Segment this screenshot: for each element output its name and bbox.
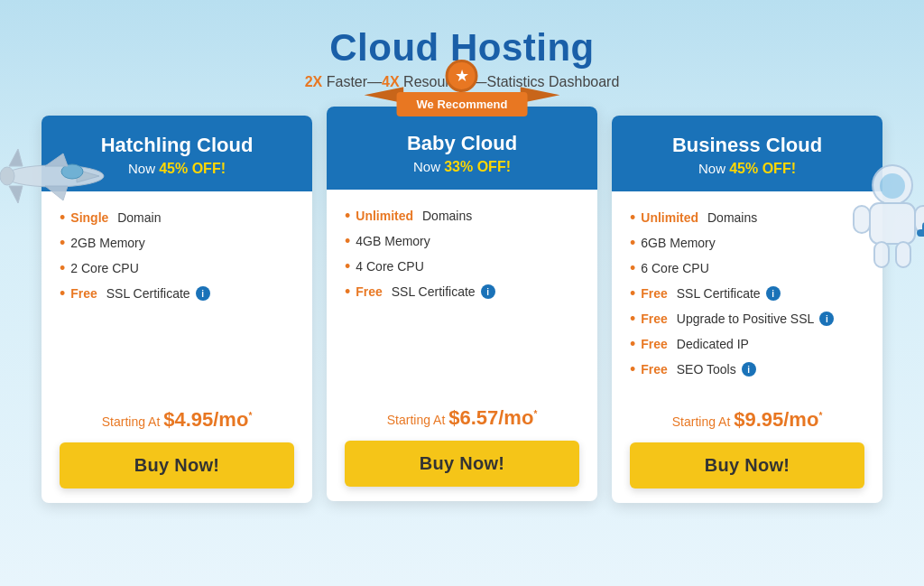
info-icon[interactable]: i [196,286,210,301]
bullet-icon: • [630,361,635,377]
svg-point-9 [880,173,905,199]
card-hatchling-footer: Starting At $4.95/mo* Buy Now! [42,399,312,503]
info-icon[interactable]: i [819,312,834,326]
card-business-buy-button[interactable]: Buy Now! [630,442,864,488]
badge-wings: ★ We Recommend [397,60,528,116]
list-item: •Unlimited Domains [630,209,864,226]
card-business-header: Business Cloud Now 45% OFF! [612,116,882,191]
card-baby-pricing: Starting At $6.57/mo* [345,406,579,430]
bullet-icon: • [345,284,350,300]
card-hatchling-buy-button[interactable]: Buy Now! [60,442,294,488]
svg-rect-10 [870,203,915,244]
card-business-price: $9.95/mo* [734,408,822,431]
recommended-badge: ★ We Recommend [397,60,528,116]
robot-decoration [852,163,924,274]
card-baby-header: Baby Cloud Now 33% OFF! [327,107,597,190]
list-item: •Free SSL Certificate i [630,285,864,302]
card-hatchling-price: $4.95/mo* [163,408,252,431]
list-item: •6GB Memory [630,235,864,251]
bullet-icon: • [60,209,65,226]
list-item: •2 Core CPU [60,260,294,276]
card-baby-body: •Unlimited Domains •4GB Memory •4 Core C… [327,190,597,397]
list-item: •Single Domain [60,209,294,226]
card-business: Business Cloud Now 45% OFF! •Unlimited D… [612,116,882,503]
svg-point-7 [0,167,14,185]
svg-rect-15 [874,242,889,267]
card-business-title: Business Cloud [626,134,868,157]
card-baby-features: •Unlimited Domains •4GB Memory •4 Core C… [345,208,579,300]
card-baby-title: Baby Cloud [341,132,583,155]
svg-marker-3 [45,153,68,166]
card-baby-buy-button[interactable]: Buy Now! [345,441,579,487]
svg-marker-4 [45,186,68,200]
bullet-icon: • [60,260,65,276]
badge-star-icon: ★ [446,60,478,92]
bullet-icon: • [345,258,350,274]
card-baby-footer: Starting At $6.57/mo* Buy Now! [327,397,597,501]
card-business-features: •Unlimited Domains •6GB Memory •6 Core C… [630,209,864,377]
list-item: •4 Core CPU [345,258,579,274]
list-item: •Free Dedicated IP [630,336,864,352]
jet-plane-decoration [0,144,108,211]
card-business-discount-value: 45% OFF! [729,161,796,176]
list-item: •6 Core CPU [630,260,864,276]
bullet-icon: • [630,285,635,302]
bullet-icon: • [60,285,65,302]
badge-ribbon: We Recommend [397,92,528,116]
pricing-cards: Hatchling Cloud Now 45% OFF! •Single Dom… [29,116,895,503]
card-hatchling-features: •Single Domain •2GB Memory •2 Core CPU •… [60,209,294,302]
info-icon[interactable]: i [481,284,495,299]
card-business-discount: Now 45% OFF! [626,161,868,177]
bullet-icon: • [630,311,635,327]
list-item: •2GB Memory [60,235,294,251]
list-item: •Free Upgrade to Positive SSL i [630,311,864,327]
card-business-footer: Starting At $9.95/mo* Buy Now! [612,399,882,503]
bullet-icon: • [630,260,635,276]
card-baby: ★ We Recommend Baby Cloud Now 33% OFF! •… [327,107,597,501]
svg-rect-11 [854,206,870,233]
bullet-icon: • [630,235,635,251]
svg-marker-6 [9,186,23,203]
card-baby-discount-value: 33% OFF! [444,159,511,174]
list-item: •Free SEO Tools i [630,361,864,377]
bullet-icon: • [630,336,635,352]
bullet-icon: • [630,209,635,226]
list-item: •Unlimited Domains [345,208,579,224]
bullet-icon: • [345,233,350,249]
card-hatchling-discount-value: 45% OFF! [159,161,226,176]
card-business-pricing: Starting At $9.95/mo* [630,408,864,432]
info-icon[interactable]: i [742,362,756,377]
card-hatchling-body: •Single Domain •2GB Memory •2 Core CPU •… [42,191,312,399]
bullet-icon: • [345,208,350,224]
list-item: •Free SSL Certificate i [345,284,579,300]
card-hatchling-pricing: Starting At $4.95/mo* [60,408,294,432]
svg-marker-5 [9,149,23,166]
bullet-icon: • [60,235,65,251]
card-baby-price: $6.57/mo* [448,406,537,429]
list-item: •4GB Memory [345,233,579,249]
card-baby-discount: Now 33% OFF! [341,159,583,175]
info-icon[interactable]: i [766,286,781,301]
list-item: •Free SSL Certificate i [60,285,294,302]
card-business-body: •Unlimited Domains •6GB Memory •6 Core C… [612,191,882,399]
svg-rect-16 [896,242,910,267]
